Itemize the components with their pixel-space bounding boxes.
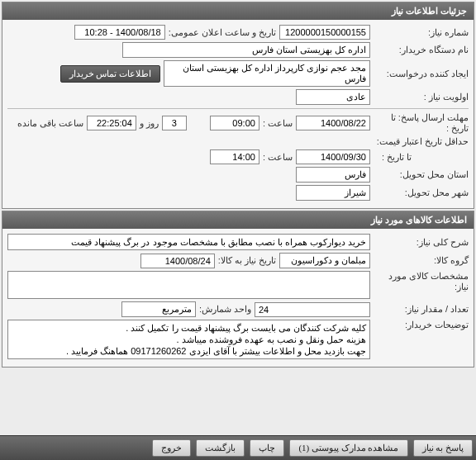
label-desc: شرح کلی نیاز: <box>374 237 469 248</box>
label-province: استان محل تحویل: <box>374 169 469 180</box>
respond-button[interactable]: پاسخ به نیاز <box>413 439 474 457</box>
label-to-date: تا تاریخ : <box>374 152 469 163</box>
need-details-panel: جزئیات اطلاعات نیاز شماره نیاز: 12000001… <box>2 2 474 209</box>
remain-days-suffix: روز و <box>140 118 159 129</box>
contact-buyer-button[interactable]: اطلاعات تماس خریدار <box>60 65 161 83</box>
desc-field: خرید دیوارکوب همراه با نصب مطابق با مشخص… <box>7 234 370 250</box>
unit-field: مترمربع <box>121 301 196 317</box>
goods-panel: اطلاعات کالاهای مورد نیاز شرح کلی نیاز: … <box>2 211 474 368</box>
province-field: فارس <box>296 167 370 183</box>
label-need-date: تاریخ نیاز به کالا: <box>218 255 276 266</box>
buyer-field: اداره کل بهزیستی استان فارس <box>122 42 370 58</box>
divider <box>7 108 469 109</box>
notes-field: کلیه شرکت کنندگان می بایست برگ پیشنهاد ق… <box>7 320 370 359</box>
label-need-number: شماره نیاز: <box>374 27 469 38</box>
label-qty: تعداد / مقدار نیاز: <box>374 304 469 315</box>
label-unit: واحد شمارش: <box>199 304 251 315</box>
creator-field: مجد عجم نوازی کارپرداز اداره کل بهزیستی … <box>164 60 370 87</box>
priority-field: عادی <box>296 89 370 105</box>
goods-header: اطلاعات کالاهای مورد نیاز <box>2 211 474 229</box>
label-validity: حداقل تاریخ اعتبار قیمت: <box>374 136 469 147</box>
remain-days-field: 3 <box>162 116 187 130</box>
attachments-button[interactable]: مشاهده مدارک پیوستی (1) <box>289 439 407 457</box>
label-creator: ایجاد کننده درخواست: <box>374 69 469 79</box>
validity-time-field: 14:00 <box>210 149 259 164</box>
deadline-time-field: 09:00 <box>210 116 259 130</box>
footer-toolbar: پاسخ به نیاز مشاهده مدارک پیوستی (1) چاپ… <box>0 435 476 460</box>
label-deadline: مهلت ارسال پاسخ: تا تاریخ : <box>374 112 469 134</box>
print-button[interactable]: چاپ <box>250 439 284 457</box>
remain-time-suffix: ساعت باقی مانده <box>17 118 83 129</box>
need-date-field: 1400/08/24 <box>140 254 215 268</box>
group-field: مبلمان و دکوراسیون <box>279 253 370 268</box>
city-field: شیراز <box>296 185 370 201</box>
spec-field <box>7 271 370 299</box>
deadline-date-field: 1400/08/22 <box>296 116 370 130</box>
validity-date-field: 1400/09/30 <box>296 149 370 164</box>
back-button[interactable]: بازگشت <box>196 439 245 457</box>
label-notes: توضیحات خریدار: <box>374 320 469 330</box>
label-buyer: نام دستگاه خریدار: <box>374 45 469 55</box>
label-priority: اولویت نیاز : <box>374 92 469 102</box>
label-group: گروه کالا: <box>374 255 469 266</box>
qty-field: 24 <box>255 302 370 317</box>
label-city: شهر محل تحویل: <box>374 187 469 198</box>
label-announce: تاریخ و ساعت اعلان عمومی: <box>169 27 276 38</box>
remain-time-field: 22:25:04 <box>87 116 136 130</box>
need-number-field: 1200000150000155 <box>279 25 370 40</box>
label-spec: مشخصات کالای مورد نیاز: <box>374 271 469 292</box>
exit-button[interactable]: خروج <box>152 439 191 457</box>
need-details-header: جزئیات اطلاعات نیاز <box>2 2 474 20</box>
label-time1: ساعت : <box>263 118 293 129</box>
announce-field: 1400/08/18 - 10:28 <box>74 25 165 40</box>
label-time2: ساعت : <box>263 152 293 163</box>
